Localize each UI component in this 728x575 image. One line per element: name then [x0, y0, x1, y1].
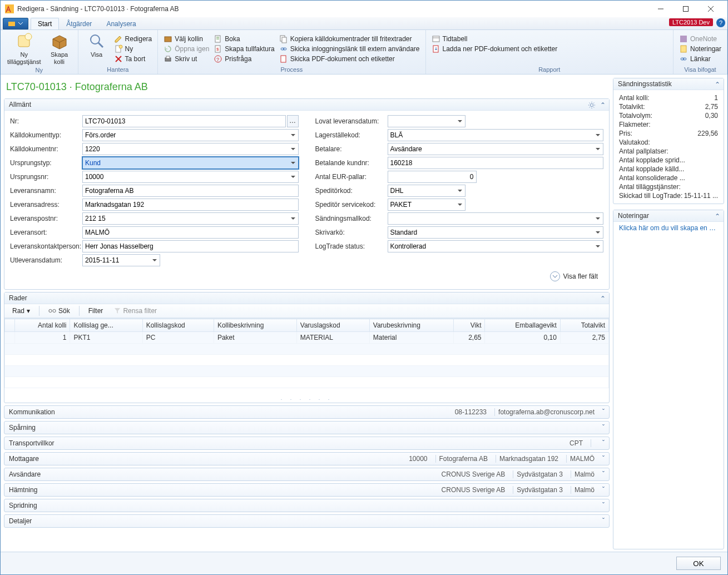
fasttab-title: Kommunikation — [9, 408, 452, 416]
edit-button[interactable]: Redigera — [112, 34, 155, 44]
download-pdf-button[interactable]: Ladda ner PDF-dokument och etiketter — [429, 44, 560, 54]
fasttab-transportvillkor[interactable]: TransportvillkorCPTˇ — [4, 437, 610, 450]
app-menu-button[interactable] — [3, 18, 28, 29]
lines-header[interactable]: Rader ⌃ — [4, 293, 609, 304]
table-row[interactable]: 1 PKT1 PC Paket MATERIAL Material 2,65 0… — [5, 332, 609, 344]
search-button[interactable]: Sök — [44, 306, 75, 316]
select-packages-button[interactable]: Välj kollin — [161, 34, 211, 44]
chevron-down-icon[interactable]: ˇ — [602, 408, 605, 416]
agent-service-field[interactable] — [388, 199, 465, 211]
close-button[interactable] — [698, 1, 723, 17]
fasttab-spridning[interactable]: Spridningˇ — [4, 499, 610, 512]
ribbon-group-hantera: Hantera — [82, 66, 155, 74]
fasttab-mottagare[interactable]: Mottagare10000Fotograferna ABMarknadsgat… — [4, 452, 610, 465]
print-button[interactable]: Skriv ut — [161, 54, 211, 64]
minimize-button[interactable] — [648, 1, 673, 17]
fasttab-title: Avsändare — [9, 470, 438, 478]
general-header[interactable]: Allmänt ⌃ — [4, 99, 609, 111]
ship-contact-field[interactable] — [82, 240, 299, 252]
filter-button[interactable]: Filter — [84, 306, 108, 316]
customs-invoice-button[interactable]: $Skapa tullfaktura — [211, 44, 276, 54]
line-menu-button[interactable]: Rad ▾ — [8, 306, 34, 316]
chevron-up-icon[interactable]: ⌃ — [600, 101, 606, 109]
chevron-down-icon[interactable]: ˇ — [602, 517, 605, 525]
delete-button[interactable]: Ta bort — [112, 54, 155, 64]
tab-analysera[interactable]: Analysera — [99, 18, 143, 29]
chevron-up-icon[interactable]: ⌃ — [715, 212, 720, 220]
fasttab-hämtning[interactable]: HämtningCRONUS Sverige ABSydvästgatan 3M… — [4, 483, 610, 497]
reopen-button[interactable]: Öppna igen — [161, 44, 211, 54]
ship-address-field[interactable] — [82, 199, 299, 211]
nr-lookup-button[interactable]: … — [287, 115, 299, 127]
ship-name-field[interactable] — [82, 185, 299, 197]
new-button[interactable]: Ny — [112, 44, 155, 54]
price-query-icon: ? — [214, 54, 222, 63]
book-button[interactable]: Boka — [211, 34, 276, 44]
template-code-field[interactable] — [388, 212, 604, 225]
chevron-down-icon[interactable]: ˇ — [602, 424, 605, 432]
chevron-up-icon[interactable]: ⌃ — [715, 81, 720, 88]
links-button[interactable]: Länkar — [677, 54, 724, 64]
stat-row: Antal kopplade källd... — [619, 165, 718, 174]
printer-queue-field[interactable] — [388, 226, 604, 239]
new-addon-service-button[interactable]: Ny tilläggstjänst — [4, 31, 44, 67]
funnel-icon — [114, 308, 121, 314]
svg-rect-14 — [165, 37, 171, 42]
lines-grid[interactable]: Antal kolli Kollislag ge... Kollislagsko… — [4, 319, 609, 388]
svg-line-9 — [98, 43, 103, 47]
logtrade-status-field[interactable] — [388, 240, 604, 252]
stats-header[interactable]: Sändningsstatistik ⌃ — [613, 78, 724, 90]
payer-field[interactable] — [388, 143, 604, 155]
promised-date-field[interactable] — [388, 115, 465, 127]
source-doc-no-field[interactable] — [82, 143, 299, 155]
ship-city-field[interactable] — [82, 226, 299, 239]
create-package-button[interactable]: Skapa kolli — [44, 31, 75, 67]
price-query-button[interactable]: ?Prisfråga — [211, 54, 276, 64]
show-more-fields-button[interactable]: Visa fler fält — [10, 268, 603, 285]
chevron-down-icon[interactable]: ˇ — [602, 470, 605, 478]
view-icon — [88, 32, 106, 50]
fasttab-avsändare[interactable]: AvsändareCRONUS Sverige ABSydvästgatan 3… — [4, 468, 610, 481]
send-pdf-button[interactable]: Skicka PDF-dokument och etiketter — [277, 54, 422, 64]
copy-lines-button[interactable]: Kopiera källdokumentrader till fritextra… — [277, 34, 422, 44]
timetable-button[interactable]: Tidtabell — [429, 34, 560, 44]
shipment-date-field[interactable] — [82, 254, 160, 266]
create-note-link[interactable]: Klicka här om du vill skapa en ny an... — [613, 222, 724, 234]
paying-customer-field[interactable] — [388, 157, 604, 169]
titlebar: Redigera - Sändning - LTC70-01013 · Foto… — [1, 1, 727, 17]
location-code-field[interactable] — [388, 129, 604, 141]
send-login-link-button[interactable]: Skicka inloggningslänk till extern använ… — [277, 44, 422, 54]
eur-pallets-field[interactable] — [388, 171, 477, 183]
chevron-down-icon[interactable]: ˇ — [602, 502, 605, 509]
fasttab-kommunikation[interactable]: Kommunikation08-112233fotograferna.ab@cr… — [4, 405, 610, 419]
stat-row: Antal kolli:1 — [619, 93, 718, 102]
chevron-down-icon[interactable]: ˇ — [602, 455, 605, 463]
chevron-down-icon[interactable]: ˇ — [602, 486, 605, 494]
origin-type-field[interactable] — [82, 157, 299, 169]
tab-atgarder[interactable]: Åtgärder — [59, 18, 99, 29]
source-doc-type-field[interactable] — [82, 129, 299, 141]
notes-button[interactable]: Noteringar — [677, 44, 724, 54]
nr-field[interactable] — [82, 115, 286, 127]
fasttab-spårning[interactable]: Spårningˇ — [4, 421, 610, 434]
fasttab-title: Mottagare — [9, 455, 405, 463]
help-icon[interactable]: ? — [716, 18, 725, 27]
resizer-handle[interactable]: · · · · · · — [4, 396, 609, 403]
chevron-down-icon[interactable]: ˇ — [602, 439, 605, 447]
app-menu-icon — [7, 21, 24, 27]
ribbon-group-process: Process — [161, 66, 422, 74]
maximize-button[interactable] — [673, 1, 698, 17]
origin-no-field[interactable] — [82, 171, 299, 183]
ok-button[interactable]: OK — [676, 557, 721, 570]
gear-icon[interactable] — [588, 101, 596, 109]
tab-start[interactable]: Start — [31, 18, 59, 29]
onenote-button[interactable]: OneNote — [677, 34, 724, 44]
fasttab-detaljer[interactable]: Detaljerˇ — [4, 514, 610, 528]
chevron-up-icon[interactable]: ⌃ — [600, 295, 606, 303]
notes-header[interactable]: Noteringar ⌃ — [613, 210, 724, 222]
view-button[interactable]: Visa — [82, 31, 112, 66]
svg-rect-5 — [8, 22, 15, 26]
clear-filter-button[interactable]: Rensa filter — [110, 306, 161, 316]
ship-postcode-field[interactable] — [82, 212, 299, 225]
agent-code-field[interactable] — [388, 185, 465, 197]
